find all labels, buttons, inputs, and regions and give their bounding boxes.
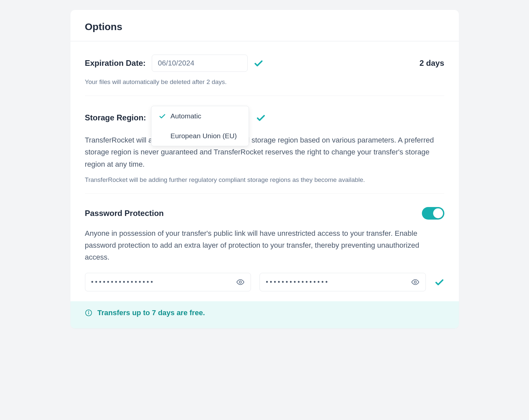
- card-header: Options: [70, 10, 459, 41]
- region-option-label: European Union (EU): [171, 132, 237, 140]
- storage-region-desc: TransferRocket will automatically select…: [85, 134, 444, 170]
- storage-region-row: Storage Region:: [85, 109, 444, 126]
- password-toggle[interactable]: [422, 207, 444, 220]
- check-icon: [159, 112, 166, 120]
- expiration-row: Expiration Date: 2 days: [85, 55, 444, 72]
- expiration-duration: 2 days: [420, 59, 444, 68]
- region-option-automatic[interactable]: Automatic: [151, 106, 249, 126]
- eye-icon[interactable]: [411, 278, 420, 286]
- eye-icon[interactable]: [236, 278, 245, 286]
- expiration-section: Expiration Date: 2 days Your files will …: [85, 41, 444, 96]
- password-field-1[interactable]: [85, 273, 251, 291]
- password-desc: Anyone in possession of your transfer's …: [85, 228, 444, 264]
- password-field-2[interactable]: [260, 273, 426, 291]
- storage-region-section: Storage Region: Automatic European Union…: [85, 96, 444, 194]
- check-icon: [434, 277, 444, 287]
- info-banner: Transfers up to 7 days are free.: [70, 301, 459, 328]
- banner-text: Transfers up to 7 days are free.: [98, 309, 205, 317]
- card-body: Expiration Date: 2 days Your files will …: [70, 41, 459, 301]
- options-card: Options Expiration Date: 2 days Your fil…: [70, 10, 459, 328]
- svg-point-0: [239, 281, 242, 283]
- password-header-row: Password Protection: [85, 207, 444, 220]
- toggle-knob: [433, 208, 443, 218]
- region-option-label: Automatic: [171, 112, 201, 120]
- password-label: Password Protection: [85, 209, 164, 218]
- password-inputs-row: [85, 273, 444, 291]
- svg-point-1: [414, 281, 416, 283]
- check-icon: [254, 58, 264, 68]
- region-option-eu[interactable]: European Union (EU): [151, 126, 249, 146]
- check-icon: [256, 113, 266, 123]
- expiration-date-input[interactable]: [152, 55, 248, 72]
- password-section: Password Protection Anyone in possession…: [85, 194, 444, 301]
- info-icon: [85, 309, 92, 316]
- password-input-1[interactable]: [91, 278, 232, 286]
- svg-point-4: [88, 311, 89, 312]
- storage-region-subhint: TransferRocket will be adding further re…: [85, 176, 444, 184]
- storage-region-label: Storage Region:: [85, 113, 146, 122]
- expiration-label: Expiration Date:: [85, 59, 146, 68]
- expiration-hint: Your files will automatically be deleted…: [85, 78, 444, 86]
- page-title: Options: [85, 21, 444, 32]
- password-input-2[interactable]: [266, 278, 407, 286]
- storage-region-dropdown[interactable]: Automatic European Union (EU): [151, 106, 249, 146]
